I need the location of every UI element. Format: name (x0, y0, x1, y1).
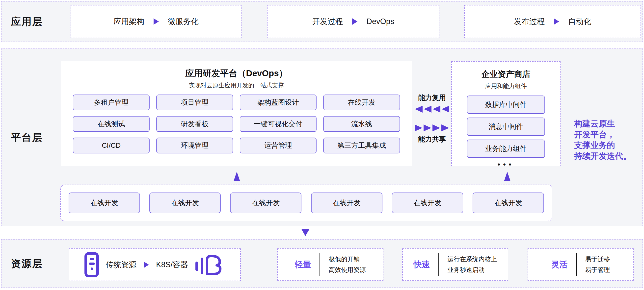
pipeline-row: 在线开发 在线开发 在线开发 在线开发 在线开发 在线开发 (60, 185, 552, 221)
feature-description: 极低的开销 高效使用资源 (329, 254, 366, 275)
pipeline-cell: 在线开发 (472, 193, 544, 213)
capability-cell: 研发看板 (156, 116, 233, 132)
pipeline-cell: 在线开发 (68, 193, 140, 213)
asset-store-subtitle: 应用和能力组件 (485, 82, 527, 90)
capability-cell: 流水线 (323, 116, 400, 132)
app-item-right-text: 自动化 (568, 16, 591, 27)
asset-cell: 消息中间件 (467, 118, 545, 136)
resource-migration-box: 传统资源 K8S/容器 (69, 249, 241, 281)
asset-cell: 业务能力组件 (467, 140, 545, 158)
pipeline-cell: 在线开发 (149, 193, 221, 213)
capability-share-arrows-icon (414, 124, 450, 132)
arrow-right-icon (352, 18, 358, 25)
app-architecture-box: 应用架构 微服务化 (70, 5, 242, 38)
asset-cell: 数据库中间件 (467, 95, 545, 114)
release-process-box: 发布过程 自动化 (464, 5, 641, 38)
platform-layer-label: 平台层 (11, 131, 43, 144)
devops-panel-subtitle: 实现对云原生应用开发的一站式支撑 (189, 81, 284, 89)
capability-cell: 第三方工具集成 (323, 138, 400, 153)
feature-name: 灵活 (551, 259, 568, 270)
capability-cell: 多租户管理 (73, 94, 150, 110)
feature-line: 易于迁移 (585, 254, 610, 265)
feature-line: 极低的开销 (329, 254, 366, 265)
feature-description: 运行在系统内核上 业务秒速启动 (448, 254, 497, 275)
arrow-right-icon (153, 18, 159, 25)
dev-process-box: 开发过程 DevOps (267, 5, 440, 38)
divider (320, 253, 320, 276)
pipeline-cell: 在线开发 (230, 193, 302, 213)
tagline-line: 支撑业务的 (574, 140, 631, 151)
migration-left-text: 传统资源 (106, 260, 136, 270)
capability-cell: 项目管理 (156, 94, 233, 110)
asset-store-panel: 企业资产商店 应用和能力组件 数据库中间件 消息中间件 业务能力组件 ••• (451, 61, 560, 166)
app-item-left-text: 应用架构 (114, 16, 144, 27)
feature-flexible-box: 灵活 易于迁移 易于管理 (528, 249, 634, 281)
pipeline-cell: 在线开发 (311, 193, 382, 213)
feature-name: 轻量 (295, 259, 311, 270)
tagline-line: 开发平台， (574, 129, 631, 140)
feature-line: 高效使用资源 (329, 265, 366, 275)
up-arrow-icon (504, 171, 511, 181)
migration-right-text: K8S/容器 (156, 260, 188, 270)
feature-description: 易于迁移 易于管理 (585, 254, 610, 275)
app-item-right-text: DevOps (366, 17, 394, 26)
app-layer-section: 应用层 应用架构 微服务化 开发过程 DevOps 发布过程 自动化 (1, 1, 643, 42)
capability-cell: 在线开发 (323, 94, 400, 110)
capability-reuse-arrows-icon (414, 105, 450, 113)
capability-cell: 架构蓝图设计 (240, 94, 316, 110)
app-item-right-text: 微服务化 (168, 16, 199, 27)
tagline-line: 构建云原生 (574, 118, 631, 129)
capability-cell: 环境管理 (156, 138, 233, 153)
pipeline-cell: 在线开发 (392, 193, 463, 213)
devops-panel-title: 应用研发平台（DevOps） (185, 67, 287, 79)
down-arrow-icon (301, 229, 310, 236)
feature-lightweight-box: 轻量 极低的开销 高效使用资源 (277, 249, 384, 281)
devops-capability-grid: 多租户管理 项目管理 架构蓝图设计 在线开发 在线测试 研发看板 一键可视化交付… (73, 94, 400, 153)
feature-name: 快速 (414, 259, 430, 270)
arrow-right-icon (554, 18, 559, 25)
resource-layer-section: 资源层 传统资源 K8S/容器 轻量 极低的开销 高效使用资源 快速 运行在系统 (1, 239, 643, 288)
feature-line: 业务秒速启动 (448, 265, 497, 275)
asset-store-list: 数据库中间件 消息中间件 业务能力组件 (467, 95, 545, 158)
feature-line: 运行在系统内核上 (448, 254, 497, 265)
resource-layer-label: 资源层 (11, 257, 43, 271)
cloud-icon (195, 254, 225, 276)
app-item-left-text: 发布过程 (514, 16, 545, 27)
capability-reuse-label: 能力复用 (418, 93, 446, 102)
server-icon (84, 252, 99, 277)
capability-cell: 运营管理 (240, 138, 316, 153)
capability-bridge: 能力复用 能力共享 (412, 93, 452, 144)
feature-fast-box: 快速 运行在系统内核上 业务秒速启动 (402, 249, 508, 281)
capability-share-label: 能力共享 (418, 135, 446, 144)
capability-cell: CI/CD (73, 138, 150, 153)
tagline-line: 持续开发迭代。 (574, 151, 631, 162)
divider (576, 253, 577, 276)
platform-tagline: 构建云原生 开发平台， 支撑业务的 持续开发迭代。 (574, 118, 631, 161)
asset-store-title: 企业资产商店 (482, 69, 530, 80)
capability-cell: 一键可视化交付 (240, 116, 316, 132)
app-layer-label: 应用层 (11, 15, 43, 28)
more-dots: ••• (498, 160, 514, 169)
platform-layer-section: 平台层 应用研发平台（DevOps） 实现对云原生应用开发的一站式支撑 多租户管… (1, 48, 643, 226)
up-arrow-icon (233, 171, 240, 181)
divider (438, 253, 439, 276)
feature-line: 易于管理 (585, 265, 610, 275)
capability-cell: 在线测试 (73, 116, 150, 132)
app-item-left-text: 开发过程 (312, 16, 343, 27)
arrow-right-icon (144, 261, 149, 268)
devops-platform-panel: 应用研发平台（DevOps） 实现对云原生应用开发的一站式支撑 多租户管理 项目… (61, 61, 412, 166)
